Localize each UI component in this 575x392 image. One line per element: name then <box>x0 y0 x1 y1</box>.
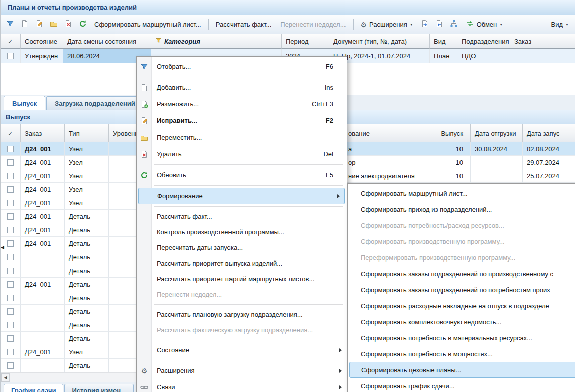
row-checkbox[interactable] <box>7 281 14 288</box>
column-header-state[interactable]: Состояние <box>21 34 63 49</box>
submenu-item-zakazy-po-proizvodstvennomu[interactable]: Сформировать заказы подразделений по про… <box>348 266 575 282</box>
menu-item-svyazi[interactable]: Связи <box>137 379 347 392</box>
menu-item-rasschitat-fakt[interactable]: Рассчитать факт... <box>137 209 347 224</box>
import-document-icon <box>435 20 443 29</box>
submenu-arrow-icon <box>339 385 342 389</box>
cell-output: 10 <box>432 169 471 183</box>
column-header-order[interactable]: Заказ <box>510 34 575 49</box>
menu-item-dobavit[interactable]: Добавить... Ins <box>137 79 347 96</box>
row-checkbox[interactable] <box>7 227 14 233</box>
submenu-item-zakazy-po-potrebnostyam[interactable]: Сформировать заказы подразделений по пот… <box>348 282 575 298</box>
make-route-list-label: Сформировать маршрутный лист... <box>94 21 201 28</box>
cell-order: Д24_001 <box>21 278 65 291</box>
row-checkbox[interactable] <box>7 213 14 220</box>
menu-item-prioritet-vypuska[interactable]: Рассчитать приоритет выпуска изделий... <box>137 255 347 271</box>
row-checkbox[interactable] <box>7 295 14 301</box>
scroll-left-button[interactable]: ◀ <box>1 373 10 382</box>
extensions-label: Расширения <box>369 21 407 28</box>
tab-istoriya-izmeneniy[interactable]: История измен... <box>64 384 134 392</box>
tab-zagruzka-podrazdeleniy[interactable]: Загрузка подразделений <box>46 96 144 110</box>
submenu-item-grafik-sdachi[interactable]: Сформировать график сдачи... <box>348 378 575 392</box>
menu-item-prioritet-partiy[interactable]: Рассчитать приоритет партий маршрутных л… <box>137 271 347 287</box>
cell-order <box>21 359 65 372</box>
submenu-item-potrebnost-v-moshchnostyah[interactable]: Сформировать потребность в мощностях... <box>348 346 575 362</box>
select-all-header[interactable]: ✓ <box>1 124 21 142</box>
refresh-button[interactable] <box>76 18 89 31</box>
column-header-order[interactable]: Заказ <box>21 124 65 142</box>
row-checkbox[interactable] <box>7 349 14 355</box>
submenu-item-pereformirovat-programmu: Переформировать производственную програм… <box>348 249 575 266</box>
column-header-subdivisions[interactable]: Подразделения <box>457 34 510 49</box>
splitter-collapse-handle[interactable]: ◀ <box>1 244 4 251</box>
calc-fact-button[interactable]: Рассчитать факт... <box>212 18 276 31</box>
menu-item-planovaya-zagruzka[interactable]: Рассчитать плановую загрузку подразделен… <box>137 307 347 322</box>
check-icon: ✓ <box>8 38 13 45</box>
filter-icon <box>140 63 148 71</box>
row-checkbox[interactable] <box>7 200 14 206</box>
row-checkbox[interactable] <box>7 53 14 59</box>
filter-button[interactable] <box>3 18 17 31</box>
column-header-launch-date[interactable]: Дата запус <box>523 124 575 142</box>
select-all-header[interactable]: ✓ <box>1 34 21 49</box>
menu-separator <box>154 164 343 165</box>
row-checkbox[interactable] <box>7 159 14 166</box>
tab-grafik-sdachi[interactable]: График сдачи <box>4 384 63 392</box>
move-button[interactable] <box>47 18 60 31</box>
section-title: Выпуск <box>6 113 30 121</box>
column-header-ship-date[interactable]: Дата отгрузки <box>471 124 523 142</box>
row-checkbox[interactable] <box>7 335 14 342</box>
column-header-kind[interactable]: Вид <box>430 34 457 49</box>
submenu-item-rashodnye-nakladnye[interactable]: Сформировать расходные накладные на отпу… <box>348 298 575 314</box>
cell-order: Д24_001 <box>21 169 65 183</box>
row-checkbox[interactable] <box>7 240 14 247</box>
row-checkbox[interactable] <box>7 254 14 260</box>
exchange-button[interactable]: Обмен ▼ <box>462 18 507 31</box>
menu-item-obnovit[interactable]: Обновить F5 <box>137 167 347 183</box>
submenu-item-marshrutny-list[interactable]: Сформировать маршрутный лист... <box>348 185 575 201</box>
tab-vypusk[interactable]: Выпуск <box>4 96 45 110</box>
submenu-item-komplektovochnaya-vedomost[interactable]: Сформировать комплектовочную ведомость..… <box>348 314 575 330</box>
row-checkbox[interactable] <box>7 173 14 179</box>
column-header-category[interactable]: Категория <box>151 34 282 49</box>
submenu-item-tsehovye-plany[interactable]: Сформировать цеховые планы... <box>349 362 575 378</box>
add-button[interactable] <box>18 18 31 31</box>
add-document-icon <box>140 84 148 92</box>
row-checkbox[interactable] <box>7 186 14 193</box>
context-menu: Отобрать... F6 Добавить... Ins Размножит… <box>136 56 347 392</box>
menu-item-rasshireniya[interactable]: ⚙ Расширения <box>137 362 347 379</box>
menu-item-peremestit[interactable]: Переместить... <box>137 129 347 146</box>
menu-item-otobrat[interactable]: Отобрать... F6 <box>137 58 347 75</box>
extensions-button[interactable]: ⚙ Расширения ▼ <box>357 18 417 31</box>
column-header-state-date[interactable]: Дата смены состояния <box>63 34 151 49</box>
submenu-item-prihod-iz-podrazdeleniy[interactable]: Сформировать приход из подразделений... <box>348 201 575 217</box>
cell-type: Деталь <box>65 318 109 332</box>
export-button[interactable] <box>418 18 432 31</box>
row-checkbox[interactable] <box>7 268 14 274</box>
menu-item-kontrol-programmy[interactable]: Контроль производственной программы... <box>137 224 347 240</box>
delete-button[interactable] <box>61 18 75 31</box>
menu-item-udalit[interactable]: Удалить Del <box>137 146 347 162</box>
cell-order: Д24_001 <box>21 223 65 237</box>
column-header-output[interactable]: Выпуск <box>432 124 471 142</box>
menu-item-formirovanie[interactable]: Формирование <box>138 188 345 204</box>
make-route-list-button[interactable]: Сформировать маршрутный лист... <box>90 18 205 31</box>
menu-item-pereschitat-daty[interactable]: Пересчитать даты запуска... <box>137 240 347 255</box>
cell-type: Узел <box>65 183 109 196</box>
menu-item-ispravit[interactable]: Исправить... F2 <box>137 112 347 129</box>
row-checkbox[interactable] <box>7 362 14 369</box>
column-header-period[interactable]: Период <box>282 34 329 49</box>
cell-order: Д24_001 <box>21 156 65 169</box>
row-checkbox[interactable] <box>7 146 14 152</box>
row-checkbox[interactable] <box>7 322 14 328</box>
menu-item-sostoyanie[interactable]: Состояние <box>137 342 347 358</box>
structure-button[interactable] <box>447 18 461 31</box>
import-button[interactable] <box>433 18 446 31</box>
cell-kind: План <box>430 49 457 63</box>
submenu-item-potrebnost-v-materialnyh[interactable]: Сформировать потребность в материальных … <box>348 330 575 346</box>
column-header-type[interactable]: Тип <box>65 124 109 142</box>
menu-item-razmnozhit[interactable]: Размножить... Ctrl+F3 <box>137 96 347 112</box>
row-checkbox[interactable] <box>7 308 14 315</box>
column-header-document[interactable]: Документ (тип, №, дата) <box>329 34 430 49</box>
edit-button[interactable] <box>32 18 46 31</box>
view-button[interactable]: Вид ▼ <box>547 18 573 31</box>
